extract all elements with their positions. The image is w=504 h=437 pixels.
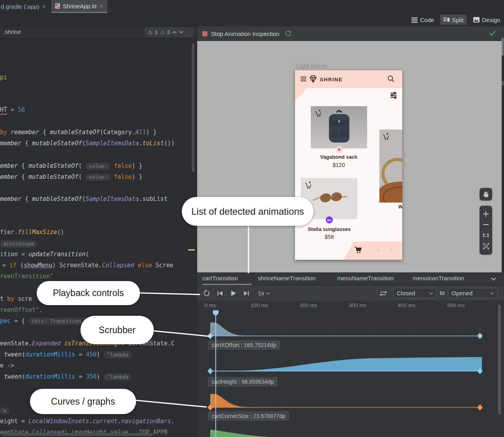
code-line: t by scre (0, 295, 32, 304)
preview-theme-label: Light theme (296, 62, 327, 69)
add-to-cart-icon[interactable] (314, 109, 322, 117)
callout-label: Playback controls (53, 288, 124, 298)
code-line: tween(durationMillis = 450) ^lambda (4, 351, 132, 359)
curve-value-chip: cartXOffset : 165.75214dp (208, 340, 280, 350)
mode-design-label: Design (482, 17, 500, 23)
add-to-cart-icon[interactable] (304, 181, 312, 189)
editor-horizontal-scrollbar[interactable] (2, 433, 153, 436)
code-line: fier.fillMaxSize() (0, 228, 64, 237)
tab-close-icon[interactable]: ✕ (42, 4, 46, 9)
svg-text:MRL: MRL (327, 219, 332, 221)
curve-value-chip: cartHeight : 56.659634dp (208, 377, 278, 386)
callout-scrubber: Scrubber (80, 316, 154, 344)
mode-code-button[interactable]: Code (408, 15, 437, 25)
code-line: member { mutableStateOf(SampleItemsData.… (0, 195, 167, 204)
stop-icon[interactable] (202, 31, 207, 36)
split-icon (443, 17, 450, 22)
product-image-belt[interactable] (379, 129, 402, 203)
preview-scroll-mark (502, 81, 504, 86)
warning-count: 1 (155, 29, 158, 35)
code-line: ember { mutableStateOf( value: false) } (0, 162, 142, 171)
keyframe-diamond[interactable] (207, 368, 213, 374)
editor-fold-marker (188, 249, 195, 251)
timeline-scrollbar[interactable] (498, 305, 501, 414)
product-price: $58 (325, 234, 334, 240)
prev-warning-icon[interactable] (172, 31, 177, 34)
scrubber-handle[interactable] (213, 310, 219, 317)
curve-cart-height (210, 357, 482, 371)
next-warning-icon[interactable] (179, 31, 183, 34)
zoom-controls: 1:1 (480, 206, 492, 255)
tab-shrineapp[interactable]: ShrineApp.kt ✕ (51, 0, 107, 13)
product-image-vagabond-sack[interactable] (311, 106, 367, 148)
keyframe-diamond[interactable] (477, 404, 483, 411)
zoom-in-button[interactable] (483, 211, 489, 217)
product-name: Stella sunglasses (308, 226, 351, 232)
filter-tune-icon[interactable] (390, 91, 398, 99)
callout-curves-graphs: Curves / graphs (30, 389, 136, 414)
preview-canvas[interactable]: Light theme SHRINE (197, 41, 502, 272)
search-icon[interactable] (387, 75, 395, 83)
code-line: ition = updateTransition( (0, 250, 89, 259)
code-line: HT = 56 (0, 106, 25, 114)
tab-close-icon[interactable]: ✕ (99, 3, 103, 9)
scrubber-line[interactable] (215, 313, 216, 437)
keyframe-diamond[interactable] (477, 333, 483, 339)
tab-gradle-label: d.gradle (:app) (1, 3, 39, 10)
hand-icon (483, 191, 489, 197)
stop-animation-inspection-button[interactable]: Stop Animation Inspection (211, 30, 279, 37)
view-mode-bar: Code Split Design (0, 13, 504, 26)
code-line: pi (0, 73, 7, 82)
code-line: = if (showMenu) ScreenState.Collapsed el… (2, 261, 174, 270)
add-to-cart-icon[interactable] (382, 133, 390, 141)
code-editor[interactable]: piHT = 56by remember { mutableStateOf(Ca… (0, 0, 197, 437)
tab-shrineapp-label: ShrineApp.kt (63, 3, 97, 9)
code-line: tween(durationMillis = 350) ^lambda (4, 373, 132, 381)
menu-icon[interactable] (301, 77, 306, 83)
shrine-appbar-notch (295, 88, 307, 101)
mode-code-label: Code (420, 17, 434, 23)
curve-cart-corner-size (210, 394, 281, 407)
android-studio-window: d.gradle (:app) ✕ ShrineApp.kt ✕ Code Sp… (0, 0, 504, 437)
breadcrumb[interactable]: .shrine (3, 28, 21, 35)
code-line: eight = LocalWindowInsets.current.naviga… (0, 417, 175, 426)
mode-split-label: Split (452, 17, 463, 23)
shrine-cart-bar[interactable] (343, 242, 402, 260)
page-dot (377, 249, 379, 251)
code-icon (411, 17, 418, 22)
page-dot (390, 249, 392, 251)
callout-label: List of detected animations (191, 206, 304, 217)
designer-badge: MRL (326, 216, 333, 223)
code-line: member { mutableStateOf(SampleItemsData.… (0, 139, 175, 148)
preview-scrollbar[interactable] (502, 38, 504, 56)
code-lines: piHT = 56by remember { mutableStateOf(Ca… (0, 0, 197, 437)
code-line: e (0, 407, 9, 415)
refresh-icon[interactable] (285, 30, 292, 37)
design-icon (473, 17, 480, 23)
callout-label: Scrubber (99, 325, 135, 336)
tab-gradle[interactable]: d.gradle (:app) ✕ (0, 0, 50, 13)
animation-inspector-panel: cartTransition shrineNameTransition menu… (197, 272, 504, 437)
code-line: e -> (0, 362, 14, 370)
kotlin-file-icon (55, 3, 60, 9)
curve-cart-x-offset (210, 323, 278, 336)
mode-split-button[interactable]: Split (440, 15, 467, 25)
designer-badge (336, 146, 343, 153)
zoom-out-button[interactable] (483, 222, 489, 227)
mode-design-button[interactable]: Design (470, 15, 504, 25)
zoom-actual-size-button[interactable]: 1:1 (482, 233, 489, 238)
curve-value-chip: cartCornerSize : 23.678877dp (208, 411, 289, 421)
inspections-widget[interactable]: ⚠ 1 ⚠ 2 (144, 27, 194, 37)
build-success-check-icon (489, 30, 496, 36)
callout-detected-animations: List of detected animations (182, 197, 314, 226)
shrine-logo-icon (308, 75, 318, 83)
cart-icon[interactable] (354, 246, 362, 254)
editor-vertical-scrollbar[interactable] (192, 43, 194, 172)
zoom-to-fit-icon[interactable] (483, 243, 489, 249)
warning-icon: ⚠ (148, 29, 153, 35)
callout-playback-controls: Playback controls (37, 281, 140, 305)
animation-inspection-bar: Stop Animation Inspection (197, 26, 504, 41)
code-line: by remember { mutableStateOf(Category.Al… (0, 128, 157, 137)
pan-tool-button[interactable] (480, 188, 492, 201)
code-line: reenOffset", (0, 306, 43, 315)
